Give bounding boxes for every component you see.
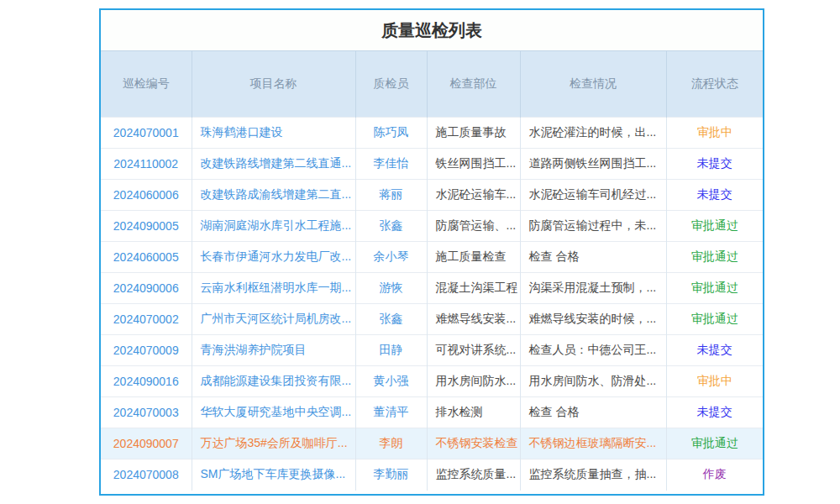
table-row[interactable]: 2024090016 成都能源建设集团投资有限... 黄小强 用水房间防水...…: [101, 366, 763, 397]
column-header-project-name: 项目名称: [192, 51, 355, 118]
table-row[interactable]: 2024060005 长春市伊通河水力发电厂改... 余小琴 施工质量检查 检查…: [101, 242, 763, 273]
cell-inspection-result: 检查 合格: [529, 249, 580, 263]
cell-inspection-result: 检查 合格: [529, 405, 580, 418]
column-header-workflow-status: 流程状态: [666, 51, 763, 118]
cell-inspection-part: 施工质量事故: [436, 125, 507, 139]
cell-inspector: 游恢: [380, 281, 403, 294]
status-badge: 审批中: [697, 374, 732, 387]
cell-inspection-id: 2024070002: [113, 312, 179, 326]
cell-inspection-id: 2024090016: [113, 375, 179, 388]
table-row[interactable]: 2024070009 青海洪湖养护院项目 田静 可视对讲系统... 检查人员：中…: [101, 335, 763, 366]
cell-inspection-result: 检查人员：中德公司王...: [529, 343, 657, 356]
status-badge: 审批通过: [691, 249, 738, 263]
cell-inspection-part: 不锈钢安装检查: [436, 436, 518, 449]
column-header-inspection-part: 检查部位: [427, 51, 520, 118]
table-row[interactable]: 2024060006 改建铁路成渝线增建第二直... 蒋丽 水泥砼运输车... …: [101, 180, 763, 211]
cell-inspection-id: 2024090006: [113, 281, 179, 295]
cell-inspection-id: 2024110002: [113, 157, 178, 171]
column-header-inspector: 质检员: [355, 51, 427, 118]
column-header-inspection-result: 检查情况: [520, 51, 666, 118]
status-badge: 未提交: [697, 343, 732, 356]
status-badge: 审批通过: [691, 281, 738, 294]
cell-inspection-part: 施工质量检查: [436, 249, 507, 263]
cell-inspector: 黄小强: [374, 374, 409, 387]
table-row-highlighted[interactable]: 2024090007 万达广场35#会所及咖啡厅... 李朗 不锈钢安装检查 不…: [101, 428, 763, 459]
cell-project-name: 成都能源建设集团投资有限...: [201, 374, 352, 387]
cell-project-name: 广州市天河区统计局机房改...: [201, 312, 352, 325]
cell-project-name: 华软大厦研究基地中央空调...: [201, 405, 352, 418]
cell-inspection-part: 难燃导线安装...: [436, 312, 517, 325]
status-badge: 审批中: [697, 125, 732, 139]
status-badge: 审批通过: [691, 218, 738, 232]
cell-inspector: 张鑫: [380, 218, 403, 232]
cell-inspection-id: 2024070003: [113, 406, 179, 419]
cell-inspection-part: 铁丝网围挡工...: [436, 156, 517, 170]
status-badge: 未提交: [697, 405, 732, 418]
cell-project-name: 改建铁路线增建第二线直通...: [201, 156, 352, 170]
cell-inspector: 陈巧凤: [374, 125, 409, 139]
cell-inspection-part: 混凝土沟渠工程: [436, 281, 518, 294]
cell-inspection-part: 排水检测: [436, 405, 483, 418]
table-row[interactable]: 2024110002 改建铁路线增建第二线直通... 李佳怡 铁丝网围挡工...…: [101, 149, 763, 180]
column-header-inspection-id: 巡检编号: [101, 51, 192, 118]
cell-inspector: 余小琴: [374, 249, 409, 263]
cell-inspection-part: 可视对讲系统...: [436, 343, 517, 356]
cell-inspection-result: 难燃导线安装的时候，...: [529, 312, 657, 325]
cell-inspection-result: 沟渠采用混凝土预制，...: [529, 281, 657, 294]
inspection-table: 巡检编号 项目名称 质检员 检查部位 检查情况 流程状态 2024070001 …: [101, 50, 763, 491]
cell-project-name: 改建铁路成渝线增建第二直...: [201, 187, 352, 201]
status-badge: 审批通过: [691, 312, 738, 325]
table-row[interactable]: 2024070008 SM广场地下车库更换摄像... 李勤丽 监控系统质量...…: [101, 459, 763, 491]
inspection-list-panel: 质量巡检列表 巡检编号 项目名称 质检员 检查部位 检查情况 流程状态 2024…: [99, 8, 764, 496]
cell-inspector: 李勤丽: [374, 467, 409, 480]
cell-inspector: 蒋丽: [380, 187, 403, 201]
cell-inspection-result: 道路两侧铁丝网围挡工...: [529, 156, 657, 170]
cell-project-name: 长春市伊通河水力发电厂改...: [201, 249, 352, 263]
cell-project-name: 万达广场35#会所及咖啡厅...: [201, 436, 348, 449]
cell-project-name: 湖南洞庭湖水库引水工程施...: [201, 218, 352, 232]
cell-inspection-result: 不锈钢边框玻璃隔断安...: [529, 436, 657, 449]
table-row[interactable]: 2024090005 湖南洞庭湖水库引水工程施... 张鑫 防腐管运输、... …: [101, 211, 763, 242]
status-badge: 审批通过: [691, 436, 738, 449]
status-badge: 作废: [703, 467, 727, 480]
cell-inspection-result: 水泥砼运输车司机经过...: [529, 187, 657, 201]
table-row[interactable]: 2024070003 华软大厦研究基地中央空调... 董清平 排水检测 检查 合…: [101, 397, 763, 428]
cell-inspection-result: 防腐管运输过程中，未...: [529, 218, 657, 232]
table-row[interactable]: 2024070001 珠海鹤港口建设 陈巧凤 施工质量事故 水泥砼灌注的时候，出…: [101, 118, 763, 149]
cell-project-name: 青海洪湖养护院项目: [201, 343, 307, 356]
cell-project-name: SM广场地下车库更换摄像...: [201, 467, 346, 480]
cell-inspection-part: 水泥砼运输车...: [436, 187, 517, 201]
cell-inspection-result: 监控系统质量抽查，抽...: [529, 467, 657, 480]
cell-inspection-part: 防腐管运输、...: [436, 218, 517, 232]
table-row[interactable]: 2024070002 广州市天河区统计局机房改... 张鑫 难燃导线安装... …: [101, 304, 763, 335]
cell-inspection-id: 2024090007: [113, 437, 179, 450]
cell-inspector: 张鑫: [380, 312, 403, 325]
status-badge: 未提交: [697, 187, 732, 201]
cell-inspection-part: 用水房间防水...: [436, 374, 517, 387]
cell-inspection-id: 2024090005: [113, 219, 179, 233]
cell-inspection-part: 监控系统质量...: [436, 467, 517, 480]
table-header-row: 巡检编号 项目名称 质检员 检查部位 检查情况 流程状态: [101, 51, 763, 118]
cell-inspection-id: 2024070001: [113, 126, 179, 139]
status-badge: 未提交: [697, 156, 732, 170]
cell-inspector: 李朗: [380, 436, 403, 449]
cell-inspection-id: 2024070009: [113, 344, 179, 357]
table-row[interactable]: 2024090006 云南水利枢纽潜明水库一期... 游恢 混凝土沟渠工程 沟渠…: [101, 273, 763, 304]
cell-inspection-id: 2024060005: [113, 250, 179, 264]
cell-project-name: 珠海鹤港口建设: [201, 125, 283, 139]
cell-project-name: 云南水利枢纽潜明水库一期...: [201, 281, 352, 294]
page-title: 质量巡检列表: [101, 10, 763, 50]
cell-inspection-id: 2024060006: [113, 188, 179, 202]
cell-inspection-result: 用水房间防水、防滑处...: [529, 374, 657, 387]
cell-inspection-result: 水泥砼灌注的时候，出...: [529, 125, 657, 139]
cell-inspector: 董清平: [374, 405, 409, 418]
cell-inspection-id: 2024070008: [113, 468, 179, 481]
cell-inspector: 田静: [380, 343, 403, 356]
cell-inspector: 李佳怡: [374, 156, 409, 170]
